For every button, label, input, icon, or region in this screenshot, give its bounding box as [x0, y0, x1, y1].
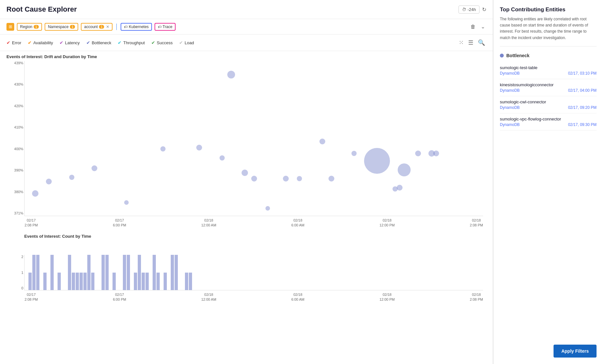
legend-tools: ⁙ ☰ 🔍	[458, 38, 486, 47]
bar-item	[43, 273, 47, 290]
bar-item	[50, 255, 54, 290]
header: Root Cause Explorer ⏱ -24h ↻	[0, 0, 493, 19]
right-panel-description: The following entities are likely correl…	[500, 16, 597, 47]
load-check-icon: ✔	[179, 40, 183, 45]
bar-y-axis: 2 1 0	[15, 255, 23, 290]
bar-item	[145, 273, 149, 290]
scatter-bubble	[92, 165, 97, 171]
filter-tag-namespace[interactable]: Namespace 1	[45, 23, 78, 31]
entity-meta: DynamoDB 02/17, 09:20 PM	[500, 105, 597, 110]
cluster-tool-button[interactable]: ⁙	[458, 38, 465, 47]
entity-name: kinesistosumologicconnector	[500, 82, 597, 87]
legend-load[interactable]: ✔ Load	[179, 40, 194, 45]
legend-success[interactable]: ✔ Success	[151, 40, 173, 45]
filter-tag-account-count: 1	[99, 25, 104, 29]
section-label-text: Bottleneck	[506, 53, 530, 58]
bar-item	[68, 255, 71, 290]
entity-time: 02/17, 04:00 PM	[568, 88, 597, 93]
filter-tag-namespace-count: 1	[70, 25, 75, 29]
grid-icon: ⊞	[9, 24, 12, 29]
scatter-bubble	[415, 151, 421, 156]
legend-availability[interactable]: ✔ Availability	[28, 40, 53, 45]
throughput-check-icon: ✔	[118, 40, 122, 45]
entity-item[interactable]: sumologic-test-table DynamoDB 02/17, 03:…	[500, 62, 597, 79]
entity-meta: DynamoDB 02/17, 09:30 PM	[500, 122, 597, 127]
filter-tag-trace-label: Trace	[163, 25, 172, 29]
filter-tag-trace[interactable]: 🏷 Trace	[155, 23, 176, 31]
scatter-bubble	[297, 176, 302, 181]
entity-item[interactable]: kinesistosumologicconnector DynamoDB 02/…	[500, 79, 597, 96]
header-controls: ⏱ -24h ↻	[458, 5, 486, 14]
scatter-chart: 439% 430% 420% 410% 400% 390% 380% 371% …	[24, 61, 483, 216]
refresh-button[interactable]: ↻	[482, 6, 486, 13]
list-tool-button[interactable]: ☰	[467, 38, 475, 47]
bar-chart-wrapper: Events of Interest: Count by Time 2 1 0 …	[24, 234, 483, 290]
charts-area: Events of Interest: Drift and Duration b…	[0, 51, 493, 364]
bar-item	[164, 273, 167, 290]
page-title: Root Cause Explorer	[6, 5, 77, 14]
legend-bottleneck[interactable]: ✔ Bottleneck	[86, 40, 112, 45]
bar-item	[156, 273, 160, 290]
apply-filters-button[interactable]: Apply Filters	[554, 345, 597, 358]
scatter-bubble	[398, 163, 411, 176]
availability-check-icon: ✔	[28, 40, 32, 45]
search-tool-button[interactable]: 🔍	[477, 38, 486, 47]
bar-item	[36, 255, 39, 290]
scatter-bubble	[124, 200, 129, 205]
scatter-bubble	[283, 176, 289, 182]
scatter-bubble	[397, 185, 403, 191]
entity-name: sumologic-test-table	[500, 65, 597, 70]
legend-load-label: Load	[185, 40, 194, 45]
scatter-bubble	[328, 176, 334, 182]
right-panel: Top Contributing Entities The following …	[493, 0, 603, 364]
bar-item	[142, 273, 145, 290]
filter-tag-region[interactable]: Region 1	[17, 23, 42, 31]
legend-latency-label: Latency	[65, 40, 80, 45]
bar-item	[113, 273, 116, 290]
entity-type: DynamoDB	[500, 105, 520, 110]
bar-item	[72, 273, 75, 290]
trace-icon: 🏷	[158, 25, 161, 29]
section-dot	[500, 54, 504, 57]
clock-icon: ⏱	[462, 7, 466, 12]
filter-tag-account[interactable]: account 1 ✕	[81, 23, 113, 31]
delete-filters-button[interactable]: 🗑	[469, 22, 477, 31]
bottleneck-check-icon: ✔	[86, 40, 90, 45]
filter-tag-region-count: 1	[34, 25, 39, 29]
legend-throughput[interactable]: ✔ Throughput	[118, 40, 145, 45]
time-range-selector[interactable]: ⏱ -24h	[458, 5, 479, 14]
section-label: Bottleneck	[500, 53, 597, 58]
scatter-chart-wrapper: 439% 430% 420% 410% 400% 390% 380% 371% …	[24, 61, 483, 216]
filter-actions: 🗑 ⌄	[469, 22, 486, 31]
scatter-bubble	[69, 175, 74, 180]
filter-grid-icon[interactable]: ⊞	[6, 23, 14, 31]
close-icon[interactable]: ✕	[106, 25, 109, 29]
legend-availability-label: Availability	[33, 40, 53, 45]
filter-tag-kubernetes[interactable]: 🏷 Kubernetes	[121, 23, 152, 31]
legend-latency[interactable]: ✔ Latency	[59, 40, 80, 45]
scatter-chart-container: Events of Interest: Drift and Duration b…	[6, 54, 486, 216]
bar-item	[32, 255, 36, 290]
scatter-bubble	[364, 148, 390, 174]
bar-item	[58, 273, 61, 290]
bar-item	[171, 255, 174, 290]
legend-error[interactable]: ✔ Error	[6, 40, 21, 45]
bar-item	[189, 273, 192, 290]
bar-chart-container: Events of Interest: Count by Time 2 1 0 …	[6, 219, 486, 290]
legend-success-label: Success	[157, 40, 173, 45]
bars-inner	[25, 255, 483, 290]
entity-meta: DynamoDB 02/17, 04:00 PM	[500, 88, 597, 93]
bar-item	[76, 273, 79, 290]
filter-tag-kubernetes-label: Kubernetes	[129, 25, 148, 29]
error-check-icon: ✔	[6, 40, 10, 45]
bar-item	[138, 255, 141, 290]
expand-filters-button[interactable]: ⌄	[479, 22, 486, 31]
entity-time: 02/17, 09:20 PM	[568, 105, 597, 110]
bar-chart: 2 1 0 02/172:08 PM 02/176:00 PM 02/1812:…	[24, 255, 483, 290]
scatter-x-axis: 02/172:08 PM 02/176:00 PM 02/1812:00 AM …	[25, 218, 483, 227]
entity-time: 02/17, 09:30 PM	[568, 122, 597, 127]
entity-item[interactable]: sumologic-vpc-flowlog-connector DynamoDB…	[500, 113, 597, 130]
entity-item[interactable]: sumologic-cwl-connector DynamoDB 02/17, …	[500, 96, 597, 113]
scatter-bubble	[160, 146, 166, 151]
scatter-bubble	[251, 176, 257, 182]
